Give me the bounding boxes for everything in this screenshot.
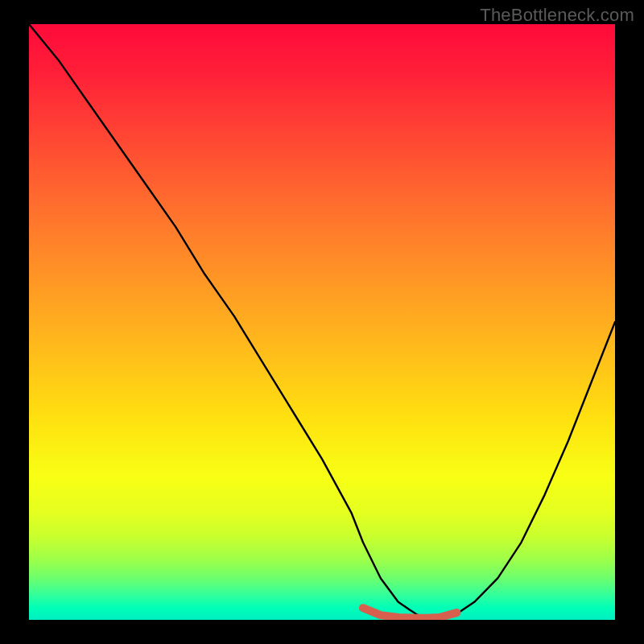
plot-area <box>29 24 615 620</box>
bottleneck-curve-path <box>29 24 615 620</box>
curve-layer <box>29 24 615 620</box>
watermark-text: TheBottleneck.com <box>480 5 634 26</box>
chart-frame: TheBottleneck.com <box>0 0 644 644</box>
